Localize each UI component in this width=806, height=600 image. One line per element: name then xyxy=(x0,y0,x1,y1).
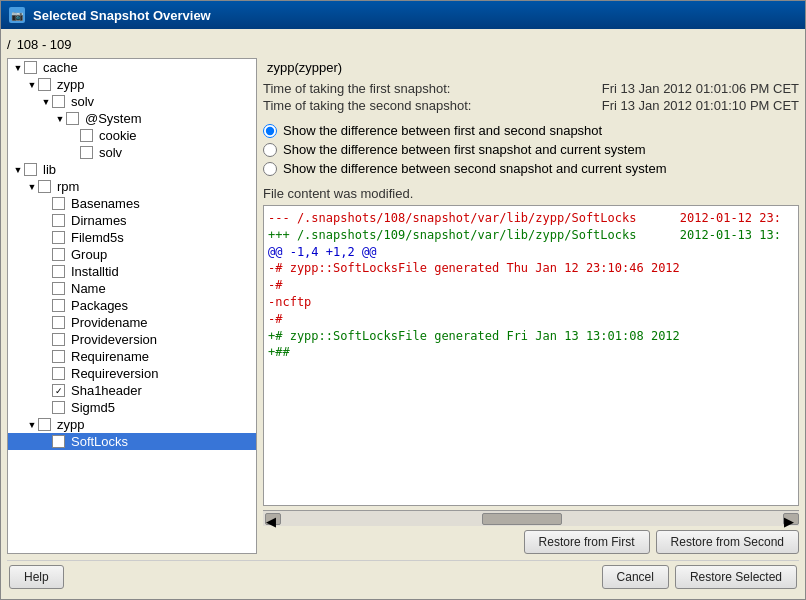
diff-scrollbar[interactable]: ◀ ▶ xyxy=(263,510,799,526)
restore-first-button[interactable]: Restore from First xyxy=(524,530,650,554)
triangle-cache[interactable] xyxy=(12,62,24,74)
checkbox-installtid[interactable] xyxy=(52,265,65,278)
checkbox-requireversion[interactable] xyxy=(52,367,65,380)
checkbox-requirename[interactable] xyxy=(52,350,65,363)
cancel-button[interactable]: Cancel xyxy=(602,565,669,589)
label-lib: lib xyxy=(43,162,56,177)
tree-item-requirename[interactable]: Requirename xyxy=(8,348,256,365)
checkbox-rpm[interactable] xyxy=(38,180,51,193)
radio-input-1[interactable] xyxy=(263,124,277,138)
label-solv2: solv xyxy=(99,145,122,160)
diff-area[interactable]: --- /.snapshots/108/snapshot/var/lib/zyp… xyxy=(263,205,799,506)
tree-item-rpm[interactable]: rpm xyxy=(8,178,256,195)
triangle-rpm[interactable] xyxy=(26,181,38,193)
scroll-left-btn[interactable]: ◀ xyxy=(265,513,281,525)
radio-option-1[interactable]: Show the difference between first and se… xyxy=(263,123,799,138)
breadcrumb-range: 108 - 109 xyxy=(17,37,72,52)
radio-option-2[interactable]: Show the difference between first snapsh… xyxy=(263,142,799,157)
checkbox-filemd5s[interactable] xyxy=(52,231,65,244)
main-row: cachezyppsolv@SystemcookiesolvlibrpmBase… xyxy=(7,58,799,554)
diff-line: -# xyxy=(268,277,794,294)
checkbox-zypp1[interactable] xyxy=(38,78,51,91)
label-packages: Packages xyxy=(71,298,128,313)
checkbox-provideversion[interactable] xyxy=(52,333,65,346)
label-solv: solv xyxy=(71,94,94,109)
first-snapshot-row: Time of taking the first snapshot: Fri 1… xyxy=(263,81,799,96)
tree-item-requireversion[interactable]: Requireversion xyxy=(8,365,256,382)
label-requireversion: Requireversion xyxy=(71,366,158,381)
diff-line: +## xyxy=(268,344,794,361)
tree-item-name[interactable]: Name xyxy=(8,280,256,297)
tree-item-providename[interactable]: Providename xyxy=(8,314,256,331)
checkbox-group[interactable] xyxy=(52,248,65,261)
checkbox-cache[interactable] xyxy=(24,61,37,74)
tree-item-lib[interactable]: lib xyxy=(8,161,256,178)
window-title: Selected Snapshot Overview xyxy=(33,8,211,23)
tree-item-softlocks[interactable]: SoftLocks xyxy=(8,433,256,450)
tree-item-cache[interactable]: cache xyxy=(8,59,256,76)
tree-item-zypp1[interactable]: zypp xyxy=(8,76,256,93)
tree-item-dirnames[interactable]: Dirnames xyxy=(8,212,256,229)
bottom-bar: Help Cancel Restore Selected xyxy=(7,560,799,593)
tree-item-provideversion[interactable]: Provideversion xyxy=(8,331,256,348)
bottom-right-buttons: Cancel Restore Selected xyxy=(602,565,797,589)
radio-group: Show the difference between first and se… xyxy=(263,123,799,176)
diff-line: -# xyxy=(268,311,794,328)
label-at-system: @System xyxy=(85,111,142,126)
scroll-track[interactable] xyxy=(281,513,783,525)
label-dirnames: Dirnames xyxy=(71,213,127,228)
checkbox-name[interactable] xyxy=(52,282,65,295)
checkbox-providename[interactable] xyxy=(52,316,65,329)
tree-item-filemd5s[interactable]: Filemd5s xyxy=(8,229,256,246)
checkbox-zypp2[interactable] xyxy=(38,418,51,431)
second-snapshot-row: Time of taking the second snapshot: Fri … xyxy=(263,98,799,113)
checkbox-sigmd5[interactable] xyxy=(52,401,65,414)
tree-item-packages[interactable]: Packages xyxy=(8,297,256,314)
checkbox-lib[interactable] xyxy=(24,163,37,176)
label-cache: cache xyxy=(43,60,78,75)
restore-buttons-row: Restore from First Restore from Second xyxy=(263,530,799,554)
tree-item-zypp2[interactable]: zypp xyxy=(8,416,256,433)
tree-item-solv2[interactable]: solv xyxy=(8,144,256,161)
radio-input-2[interactable] xyxy=(263,143,277,157)
snapshot-times: Time of taking the first snapshot: Fri 1… xyxy=(263,81,799,113)
checkbox-basenames[interactable] xyxy=(52,197,65,210)
help-button[interactable]: Help xyxy=(9,565,64,589)
radio-input-3[interactable] xyxy=(263,162,277,176)
scroll-right-btn[interactable]: ▶ xyxy=(783,513,799,525)
checkbox-at-system[interactable] xyxy=(66,112,79,125)
triangle-lib[interactable] xyxy=(12,164,24,176)
tree-item-sigmd5[interactable]: Sigmd5 xyxy=(8,399,256,416)
tree-item-sha1header[interactable]: Sha1header xyxy=(8,382,256,399)
restore-second-button[interactable]: Restore from Second xyxy=(656,530,799,554)
label-provideversion: Provideversion xyxy=(71,332,157,347)
triangle-zypp1[interactable] xyxy=(26,79,38,91)
checkbox-softlocks[interactable] xyxy=(52,435,65,448)
radio-label-2: Show the difference between first snapsh… xyxy=(283,142,646,157)
tree-item-cookie[interactable]: cookie xyxy=(8,127,256,144)
tree-item-installtid[interactable]: Installtid xyxy=(8,263,256,280)
triangle-at-system[interactable] xyxy=(54,113,66,125)
right-panel: zypp(zypper) Time of taking the first sn… xyxy=(263,58,799,554)
label-group: Group xyxy=(71,247,107,262)
checkbox-solv2[interactable] xyxy=(80,146,93,159)
triangle-zypp2[interactable] xyxy=(26,419,38,431)
radio-option-3[interactable]: Show the difference between second snaps… xyxy=(263,161,799,176)
checkbox-sha1header[interactable] xyxy=(52,384,65,397)
restore-selected-button[interactable]: Restore Selected xyxy=(675,565,797,589)
tree-item-group[interactable]: Group xyxy=(8,246,256,263)
checkbox-cookie[interactable] xyxy=(80,129,93,142)
checkbox-dirnames[interactable] xyxy=(52,214,65,227)
window-icon: 📷 xyxy=(9,7,25,23)
tree-item-at-system[interactable]: @System xyxy=(8,110,256,127)
tree-item-solv[interactable]: solv xyxy=(8,93,256,110)
title-bar: 📷 Selected Snapshot Overview xyxy=(1,1,805,29)
left-tree-panel: cachezyppsolv@SystemcookiesolvlibrpmBase… xyxy=(7,58,257,554)
label-providename: Providename xyxy=(71,315,148,330)
triangle-solv[interactable] xyxy=(40,96,52,108)
tree-scroll[interactable]: cachezyppsolv@SystemcookiesolvlibrpmBase… xyxy=(8,59,256,553)
scroll-thumb-h[interactable] xyxy=(482,513,562,525)
tree-item-basenames[interactable]: Basenames xyxy=(8,195,256,212)
checkbox-solv[interactable] xyxy=(52,95,65,108)
checkbox-packages[interactable] xyxy=(52,299,65,312)
